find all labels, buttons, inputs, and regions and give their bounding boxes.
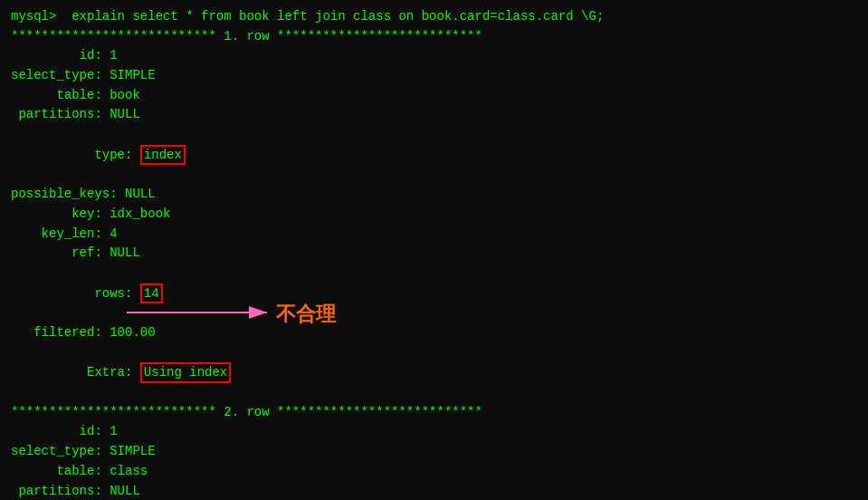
prompt-line: mysql> explain select * from book left j… [11, 7, 857, 27]
annotation-text: 不合理 [276, 301, 336, 328]
type-index-highlight: index [140, 145, 186, 165]
row2-id: id: 1 [11, 422, 857, 442]
row1-extra: Extra: Using index [11, 343, 857, 403]
row1-possible-keys: possible_keys: NULL [11, 185, 857, 205]
annotation-arrow [122, 299, 281, 326]
mysql-prompt: mysql> explain select * from book left j… [11, 9, 604, 24]
separator-2: *************************** 2. row *****… [11, 403, 857, 423]
row1-table: table: book [11, 86, 857, 106]
terminal: mysql> explain select * from book left j… [0, 0, 868, 500]
row1-filtered: filtered: 100.00 [11, 323, 857, 343]
row2-partitions: partitions: NULL [11, 482, 857, 501]
extra-using-index-highlight: Using index [140, 362, 231, 382]
row1-ref: ref: NULL [11, 244, 857, 264]
row2-table: table: class [11, 462, 857, 482]
row1-id: id: 1 [11, 46, 857, 66]
separator-1: *************************** 1. row *****… [11, 27, 857, 47]
row2-select-type: select_type: SIMPLE [11, 442, 857, 462]
row1-type: type: index [11, 125, 857, 185]
row1-key: key: idx_book [11, 205, 857, 225]
row1-key-len: key_len: 4 [11, 225, 857, 245]
row1-select-type: select_type: SIMPLE [11, 66, 857, 86]
row1-partitions: partitions: NULL [11, 105, 857, 125]
